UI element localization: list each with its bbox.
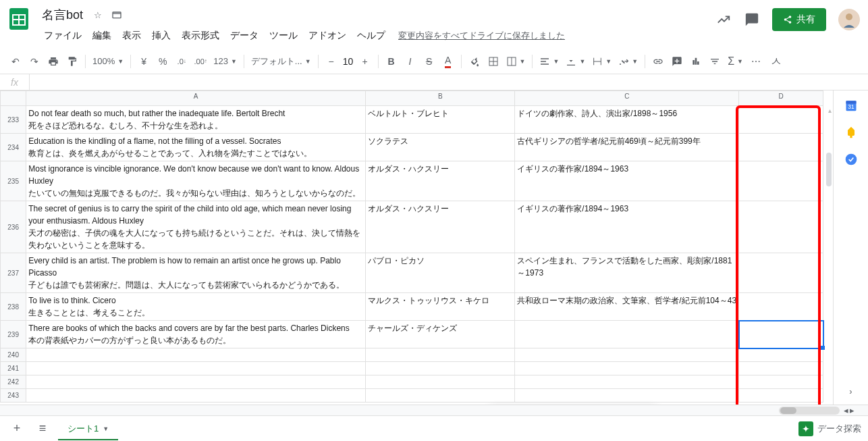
row-header[interactable]: 237 [1, 253, 26, 293]
cell[interactable]: 共和政ローマ末期の政治家、文筆家、哲学者/紀元前104～43 [515, 293, 739, 321]
row-header[interactable]: 239 [1, 321, 26, 348]
bold-button[interactable]: B [383, 53, 400, 70]
cell[interactable]: イギリスの著作家/1894～1963 [515, 201, 739, 253]
cell[interactable]: オルダス・ハクスリー [366, 161, 515, 201]
sheet-area[interactable]: A B C D 233Do not fear death so much, bu… [0, 90, 833, 405]
menu-addons[interactable]: アドオン [304, 27, 351, 45]
cell[interactable] [366, 348, 515, 362]
add-sheet-button[interactable]: + [7, 419, 27, 439]
paint-format-button[interactable] [63, 53, 81, 70]
cell[interactable]: Most ignorance is vincible ignorance. We… [26, 161, 366, 201]
collapse-toolbar-button[interactable]: ㅅ [766, 53, 786, 70]
vertical-scrollbar[interactable]: ▴ [823, 105, 833, 405]
currency-button[interactable]: ¥ [135, 53, 153, 70]
text-color-button[interactable]: A [439, 53, 457, 70]
save-status[interactable]: 変更内容をすべてドライブに保存しました [398, 30, 565, 42]
cell[interactable]: オルダス・ハクスリー [366, 201, 515, 253]
cell[interactable]: チャールズ・ディケンズ [366, 321, 515, 348]
row-header[interactable]: 241 [1, 362, 26, 375]
row-header[interactable]: 240 [1, 348, 26, 362]
cell[interactable] [515, 389, 739, 403]
cell[interactable]: ドイツの劇作家、詩人、演出家/1898～1956 [515, 106, 739, 134]
cell[interactable]: スペイン生まれ、フランスで活動をした画家、彫刻家/1881～1973 [515, 253, 739, 293]
sheet-tab-1[interactable]: シート1 ▼ [58, 417, 118, 440]
redo-button[interactable]: ↷ [26, 53, 43, 70]
avatar[interactable] [838, 9, 860, 30]
row-header[interactable]: 243 [1, 389, 26, 403]
cell[interactable] [366, 375, 515, 389]
cell[interactable] [366, 362, 515, 375]
menu-insert[interactable]: 挿入 [147, 27, 175, 45]
borders-button[interactable] [485, 53, 502, 70]
halign-button[interactable]: ▼ [537, 53, 562, 70]
cell[interactable]: To live is to think. Cicero 生きることとは、考えるこ… [26, 293, 366, 321]
rotate-button[interactable]: ▼ [616, 53, 641, 70]
explore-button[interactable]: ✦ データ探索 [798, 421, 861, 436]
menu-tools[interactable]: ツール [265, 27, 302, 45]
calendar-icon[interactable]: 31 [844, 99, 858, 112]
cell[interactable] [515, 375, 739, 389]
formula-input[interactable] [30, 74, 868, 90]
decrease-decimal-button[interactable]: .0↓ [173, 53, 190, 70]
increase-decimal-button[interactable]: .00↑ [192, 53, 209, 70]
valign-button[interactable]: ▼ [563, 53, 588, 70]
col-header-C[interactable]: C [515, 91, 739, 106]
cell[interactable] [515, 348, 739, 362]
cell[interactable]: Education is the kindling of a flame, no… [26, 134, 366, 161]
cell[interactable] [366, 389, 515, 403]
font-size-decrease[interactable]: − [323, 53, 340, 70]
move-icon[interactable] [110, 8, 124, 22]
tasks-icon[interactable] [844, 153, 858, 166]
menu-view[interactable]: 表示 [117, 27, 146, 45]
col-header-B[interactable]: B [366, 91, 515, 106]
zoom-dropdown[interactable]: 100%▼ [90, 53, 126, 70]
cell[interactable]: Every child is an artist. The problem is… [26, 253, 366, 293]
row-header[interactable]: 235 [1, 161, 26, 201]
cell[interactable]: パブロ・ピカソ [366, 253, 515, 293]
cell[interactable] [26, 362, 366, 375]
cell[interactable]: The secret of genius is to carry the spi… [26, 201, 366, 253]
font-size-increase[interactable]: + [356, 53, 374, 70]
undo-button[interactable]: ↶ [7, 53, 24, 70]
cell[interactable]: ソクラテス [366, 134, 515, 161]
cell[interactable] [739, 134, 823, 161]
more-horizontal-button[interactable]: ⋯ [747, 53, 765, 70]
number-format-dropdown[interactable]: 123▼ [211, 53, 240, 70]
corner-cell[interactable] [1, 91, 26, 106]
cell[interactable] [739, 362, 823, 375]
filter-button[interactable] [706, 53, 724, 70]
keep-icon[interactable] [844, 126, 858, 139]
percent-button[interactable]: % [154, 53, 171, 70]
strikethrough-button[interactable]: S [421, 53, 438, 70]
menu-edit[interactable]: 編集 [88, 27, 116, 45]
row-header[interactable]: 234 [1, 134, 26, 161]
cell[interactable] [739, 161, 823, 201]
all-sheets-button[interactable]: ≡ [32, 419, 53, 439]
col-header-D[interactable]: D [739, 91, 823, 106]
cell[interactable]: イギリスの著作家/1894～1963 [515, 161, 739, 201]
col-header-A[interactable]: A [26, 91, 366, 106]
fill-color-button[interactable] [466, 53, 483, 70]
cell[interactable] [739, 348, 823, 362]
link-button[interactable] [649, 53, 667, 70]
sheets-logo[interactable] [5, 5, 32, 32]
cell[interactable]: Do not fear death so much, but rather th… [26, 106, 366, 134]
cell[interactable] [26, 348, 366, 362]
font-size-value[interactable]: 10 [342, 56, 355, 67]
menu-help[interactable]: ヘルプ [352, 27, 390, 45]
cell[interactable] [739, 253, 823, 293]
cell[interactable] [515, 362, 739, 375]
cell[interactable] [26, 389, 366, 403]
italic-button[interactable]: I [402, 53, 419, 70]
horizontal-scrollbar[interactable]: ◂▸ [0, 405, 868, 415]
cell[interactable] [515, 321, 739, 348]
cell[interactable] [739, 375, 823, 389]
comment-icon[interactable] [744, 11, 760, 28]
cell[interactable] [739, 321, 823, 348]
row-header[interactable]: 233 [1, 106, 26, 134]
functions-button[interactable]: Σ▼ [725, 53, 746, 70]
print-button[interactable] [45, 53, 62, 70]
row-header[interactable]: 236 [1, 201, 26, 253]
star-icon[interactable]: ☆ [91, 8, 105, 22]
activity-icon[interactable] [715, 11, 732, 28]
